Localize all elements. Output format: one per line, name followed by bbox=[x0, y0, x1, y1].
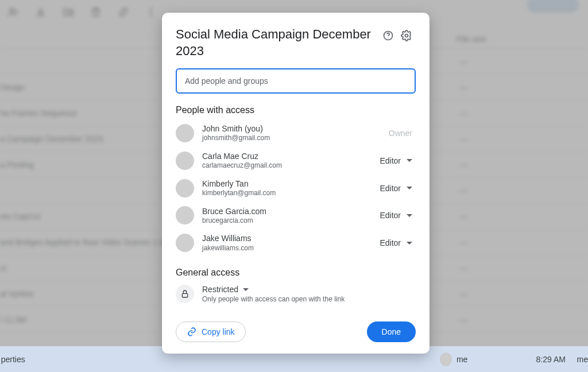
person-name: John Smith (you) bbox=[202, 123, 389, 134]
person-row: Bruce Garcia.com brucegarcia.com Editor bbox=[176, 206, 416, 226]
lock-icon bbox=[176, 285, 194, 303]
access-mode-description: Only people with access can open with th… bbox=[202, 295, 345, 303]
general-access-header: General access bbox=[176, 268, 416, 278]
svg-point-6 bbox=[405, 34, 408, 37]
avatar bbox=[176, 206, 194, 224]
role-owner: Owner bbox=[389, 129, 412, 138]
person-row: John Smith (you) johnsmith@gmail.com Own… bbox=[176, 123, 416, 143]
role-dropdown[interactable]: Editor bbox=[376, 208, 416, 222]
person-name: Jake Williams bbox=[202, 233, 376, 243]
avatar bbox=[440, 352, 452, 366]
chevron-down-icon bbox=[407, 187, 412, 189]
general-access-row: Restricted Only people with access can o… bbox=[176, 285, 416, 303]
person-name: Carla Mae Cruz bbox=[202, 151, 376, 161]
svg-point-5 bbox=[388, 38, 388, 38]
person-email: kimberlytan@gmail.com bbox=[202, 189, 376, 198]
person-name: Kimberly Tan bbox=[202, 179, 376, 189]
avatar bbox=[176, 152, 194, 170]
person-email: jakewilliams.com bbox=[202, 244, 376, 253]
person-email: johnsmith@gmail.com bbox=[202, 134, 389, 143]
chevron-down-icon bbox=[407, 159, 412, 162]
share-dialog: Social Media Campaign December 2023 Peop… bbox=[162, 13, 430, 354]
person-email: carlamaecruz@gmail.com bbox=[202, 161, 376, 170]
access-mode-dropdown[interactable]: Restricted bbox=[202, 285, 345, 294]
gear-icon bbox=[401, 30, 412, 41]
person-email: brucegarcia.com bbox=[202, 216, 376, 226]
avatar bbox=[176, 124, 194, 142]
person-row: Kimberly Tan kimberlytan@gmail.com Edito… bbox=[176, 179, 416, 198]
settings-button[interactable] bbox=[397, 26, 416, 45]
role-dropdown[interactable]: Editor bbox=[376, 154, 416, 168]
person-name: Bruce Garcia.com bbox=[202, 206, 376, 216]
person-row: Carla Mae Cruz carlamaecruz@gmail.com Ed… bbox=[176, 151, 416, 170]
help-button[interactable] bbox=[379, 26, 397, 45]
chevron-down-icon bbox=[243, 288, 249, 291]
chevron-down-icon bbox=[407, 214, 412, 217]
role-dropdown[interactable]: Editor bbox=[376, 236, 416, 250]
svg-rect-7 bbox=[182, 293, 187, 297]
avatar bbox=[176, 234, 194, 252]
people-with-access-header: People with access bbox=[176, 105, 416, 115]
add-people-input[interactable] bbox=[176, 68, 416, 94]
avatar bbox=[176, 179, 194, 197]
role-dropdown[interactable]: Editor bbox=[376, 181, 416, 195]
done-button[interactable]: Done bbox=[367, 321, 416, 342]
help-icon bbox=[382, 30, 394, 41]
dialog-title: Social Media Campaign December 2023 bbox=[176, 26, 379, 59]
link-icon bbox=[187, 327, 197, 337]
chevron-down-icon bbox=[407, 242, 412, 245]
person-row: Jake Williams jakewilliams.com Editor bbox=[176, 233, 416, 253]
copy-link-button[interactable]: Copy link bbox=[176, 321, 246, 342]
